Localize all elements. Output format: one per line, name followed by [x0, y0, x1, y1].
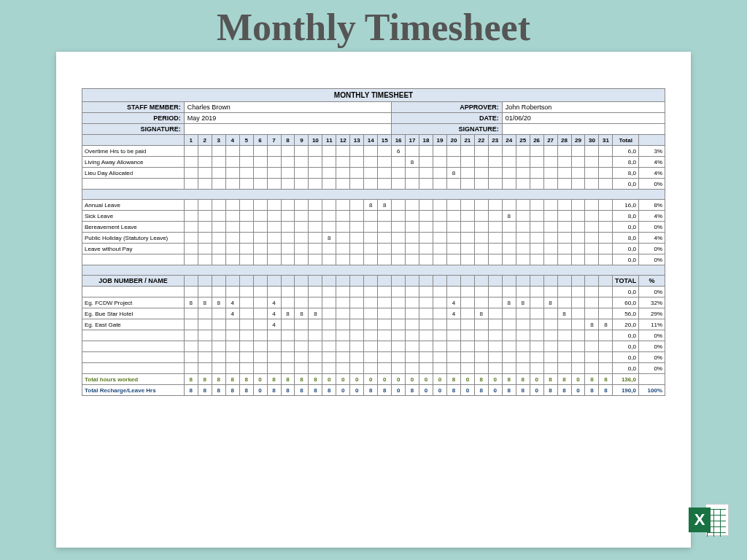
- hours-cell[interactable]: [419, 244, 433, 254]
- hours-cell[interactable]: 4: [267, 298, 281, 308]
- hours-cell[interactable]: [392, 298, 406, 308]
- hours-cell[interactable]: [571, 352, 585, 363]
- hours-cell[interactable]: [212, 168, 225, 179]
- hours-cell[interactable]: [433, 244, 446, 254]
- hours-cell[interactable]: [267, 352, 281, 363]
- hours-cell[interactable]: [406, 244, 419, 254]
- hours-cell[interactable]: [225, 341, 239, 352]
- hours-cell[interactable]: [309, 287, 322, 298]
- hours-cell[interactable]: [392, 352, 406, 363]
- hours-cell[interactable]: [225, 200, 239, 211]
- hours-cell[interactable]: [460, 319, 474, 330]
- hours-cell[interactable]: [433, 179, 446, 190]
- hours-cell[interactable]: [267, 254, 281, 265]
- hours-cell[interactable]: 8: [543, 298, 557, 308]
- hours-cell[interactable]: [239, 157, 253, 168]
- hours-cell[interactable]: 8: [557, 308, 571, 319]
- hours-cell[interactable]: [364, 254, 378, 265]
- hours-cell[interactable]: [212, 146, 225, 157]
- hours-cell[interactable]: [530, 211, 543, 222]
- hours-cell[interactable]: [543, 363, 557, 374]
- hours-cell[interactable]: [571, 157, 585, 168]
- hours-cell[interactable]: [253, 298, 267, 308]
- hours-cell[interactable]: [378, 222, 392, 233]
- hours-cell[interactable]: [516, 222, 530, 233]
- hours-cell[interactable]: [322, 157, 336, 168]
- hours-cell[interactable]: [392, 308, 406, 319]
- hours-cell[interactable]: [516, 146, 530, 157]
- hours-cell[interactable]: [488, 233, 502, 244]
- hours-cell[interactable]: [557, 244, 571, 254]
- hours-cell[interactable]: 8: [585, 319, 599, 330]
- hours-cell[interactable]: [364, 244, 378, 254]
- hours-cell[interactable]: [419, 330, 433, 341]
- hours-cell[interactable]: [184, 244, 198, 254]
- hours-cell[interactable]: [184, 222, 198, 233]
- hours-cell[interactable]: [267, 363, 281, 374]
- hours-cell[interactable]: [378, 330, 392, 341]
- hours-cell[interactable]: [446, 200, 460, 211]
- hours-cell[interactable]: [295, 168, 309, 179]
- hours-cell[interactable]: [336, 363, 350, 374]
- hours-cell[interactable]: [281, 146, 295, 157]
- hours-cell[interactable]: [184, 179, 198, 190]
- hours-cell[interactable]: [184, 200, 198, 211]
- hours-cell[interactable]: [322, 179, 336, 190]
- hours-cell[interactable]: [446, 179, 460, 190]
- hours-cell[interactable]: 8: [502, 211, 516, 222]
- hours-cell[interactable]: [474, 168, 488, 179]
- hours-cell[interactable]: [419, 363, 433, 374]
- hours-cell[interactable]: [253, 341, 267, 352]
- hours-cell[interactable]: [364, 179, 378, 190]
- hours-cell[interactable]: [419, 233, 433, 244]
- hours-cell[interactable]: [267, 233, 281, 244]
- hours-cell[interactable]: [446, 211, 460, 222]
- hours-cell[interactable]: [516, 244, 530, 254]
- hours-cell[interactable]: [392, 179, 406, 190]
- hours-cell[interactable]: [336, 211, 350, 222]
- hours-cell[interactable]: [378, 352, 392, 363]
- hours-cell[interactable]: [212, 254, 225, 265]
- hours-cell[interactable]: [225, 168, 239, 179]
- hours-cell[interactable]: [309, 200, 322, 211]
- hours-cell[interactable]: [460, 244, 474, 254]
- hours-cell[interactable]: [184, 168, 198, 179]
- hours-cell[interactable]: [502, 363, 516, 374]
- hours-cell[interactable]: [419, 287, 433, 298]
- hours-cell[interactable]: [322, 211, 336, 222]
- hours-cell[interactable]: [419, 157, 433, 168]
- hours-cell[interactable]: [530, 319, 543, 330]
- hours-cell[interactable]: [378, 254, 392, 265]
- hours-cell[interactable]: [585, 244, 599, 254]
- hours-cell[interactable]: [474, 352, 488, 363]
- hours-cell[interactable]: [281, 287, 295, 298]
- hours-cell[interactable]: [488, 352, 502, 363]
- hours-cell[interactable]: [585, 341, 599, 352]
- hours-cell[interactable]: [446, 287, 460, 298]
- hours-cell[interactable]: [406, 287, 419, 298]
- hours-cell[interactable]: [599, 352, 613, 363]
- hours-cell[interactable]: [474, 200, 488, 211]
- hours-cell[interactable]: [267, 341, 281, 352]
- hours-cell[interactable]: [406, 308, 419, 319]
- hours-cell[interactable]: [446, 254, 460, 265]
- hours-cell[interactable]: [433, 254, 446, 265]
- hours-cell[interactable]: [364, 157, 378, 168]
- hours-cell[interactable]: [460, 146, 474, 157]
- hours-cell[interactable]: [212, 287, 225, 298]
- hours-cell[interactable]: [502, 319, 516, 330]
- hours-cell[interactable]: [406, 179, 419, 190]
- hours-cell[interactable]: [295, 146, 309, 157]
- hours-cell[interactable]: [295, 319, 309, 330]
- hours-cell[interactable]: [543, 200, 557, 211]
- hours-cell[interactable]: [543, 233, 557, 244]
- hours-cell[interactable]: [350, 211, 364, 222]
- hours-cell[interactable]: [198, 330, 212, 341]
- hours-cell[interactable]: [309, 211, 322, 222]
- hours-cell[interactable]: [406, 233, 419, 244]
- hours-cell[interactable]: [212, 200, 225, 211]
- hours-cell[interactable]: [336, 254, 350, 265]
- hours-cell[interactable]: [198, 363, 212, 374]
- hours-cell[interactable]: [350, 244, 364, 254]
- hours-cell[interactable]: [225, 287, 239, 298]
